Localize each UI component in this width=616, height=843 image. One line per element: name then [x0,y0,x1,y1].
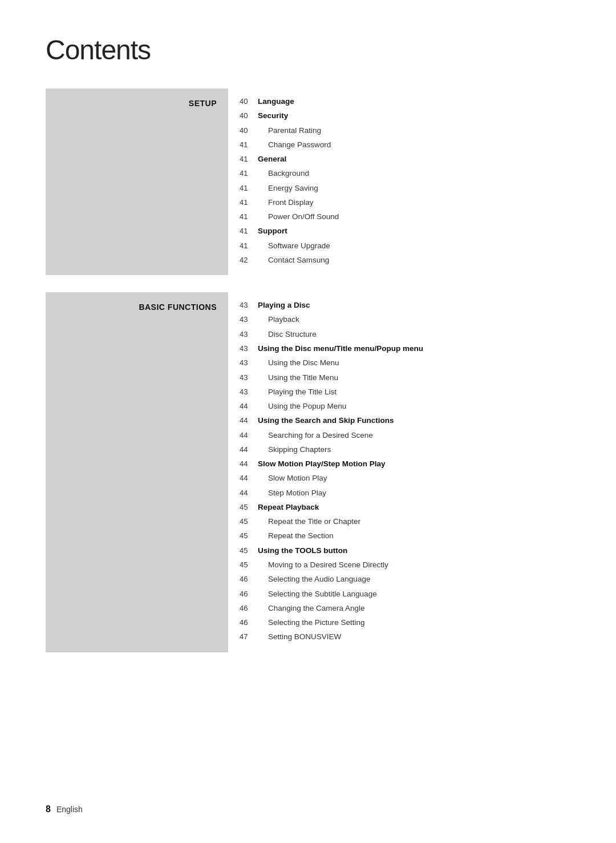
footer: 8 English [46,804,83,814]
toc-entry: 44Slow Motion Play/Step Motion Play [240,458,570,470]
toc-entry-text: Using the Disc menu/Title menu/Popup men… [258,342,423,355]
toc-page-number: 44 [240,472,258,484]
toc-entry: 41Energy Saving [240,182,570,195]
toc-entry: 43Using the Title Menu [240,372,570,384]
toc-entry: 41Software Upgrade [240,240,570,252]
toc-page-number: 43 [240,342,258,354]
toc-entry-text: Energy Saving [258,182,318,195]
toc-entry-text: Disc Structure [258,328,317,341]
toc-page-number: 41 [240,240,258,252]
toc-entry: 44Step Motion Play [240,487,570,499]
toc-entry-text: Repeat the Title or Chapter [258,515,360,528]
toc-entry-text: Using the Disc Menu [258,357,339,369]
toc-entry: 43Disc Structure [240,328,570,341]
toc-entry: 44Slow Motion Play [240,472,570,485]
toc-entry-text: Repeat Playback [258,501,319,514]
toc-entry: 42Contact Samsung [240,254,570,267]
toc-page-number: 43 [240,328,258,340]
section-content-setup: 40Language40Security40Parental Rating41C… [228,88,570,275]
page-title: Contents [46,34,570,66]
toc-entry: 44Using the Search and Skip Functions [240,414,570,427]
toc-page-number: 45 [240,515,258,527]
toc-page-number: 41 [240,196,258,208]
toc-page-number: 44 [240,487,258,499]
toc-entry: 45Repeat Playback [240,501,570,514]
toc-entry-text: Front Display [258,196,314,209]
toc-entry: 46Selecting the Audio Language [240,573,570,586]
toc-entry: 45Repeat the Title or Chapter [240,515,570,528]
toc-entry: 45Repeat the Section [240,530,570,542]
toc-page-number: 41 [240,225,258,237]
toc-page-number: 44 [240,414,258,426]
toc-page-number: 43 [240,386,258,398]
toc-entry: 41Background [240,167,570,180]
toc-entry: 45Moving to a Desired Scene Directly [240,559,570,571]
toc-entry: 43Using the Disc menu/Title menu/Popup m… [240,342,570,355]
section-label-setup: SETUP [189,99,217,108]
toc-entry: 45Using the TOOLS button [240,544,570,557]
toc-entry: 44Skipping Chapters [240,443,570,456]
toc-page-number: 42 [240,254,258,266]
toc-entry-text: Selecting the Subtitle Language [258,588,377,600]
toc-entry: 43Playing a Disc [240,299,570,312]
toc-page-number: 43 [240,372,258,384]
toc-entry-text: Using the Search and Skip Functions [258,414,394,427]
toc-page-number: 44 [240,458,258,470]
toc-entry: 40Language [240,95,570,108]
section-label-box-setup: SETUP [46,88,228,275]
toc-entry-text: Software Upgrade [258,240,330,252]
toc-entry: 40Parental Rating [240,124,570,137]
toc-page-number: 44 [240,429,258,441]
toc-page-number: 47 [240,631,258,643]
toc-entry-text: Using the TOOLS button [258,544,347,557]
toc-entry: 41Support [240,225,570,237]
toc-entry-text: Slow Motion Play/Step Motion Play [258,458,386,470]
toc-entry-text: Searching for a Desired Scene [258,429,373,442]
toc-entry-text: Skipping Chapters [258,443,331,456]
toc-entry: 43Using the Disc Menu [240,357,570,369]
toc-entry-text: Contact Samsung [258,254,329,267]
toc-entry-text: Playing a Disc [258,299,310,312]
toc-entry-text: Security [258,110,288,122]
toc-entry-text: Changing the Camera Angle [258,602,365,615]
toc-page-number: 45 [240,559,258,571]
toc-page-number: 45 [240,501,258,513]
toc-entry: 44Searching for a Desired Scene [240,429,570,442]
toc-entry: 43Playing the Title List [240,386,570,398]
toc-page-number: 44 [240,443,258,455]
toc-page-number: 41 [240,139,258,151]
toc-entry: 46Selecting the Subtitle Language [240,588,570,600]
toc-entry-text: Moving to a Desired Scene Directly [258,559,388,571]
toc-entry-text: Playing the Title List [258,386,337,398]
toc-entry-text: Background [258,167,309,180]
toc-page-number: 46 [240,588,258,600]
toc-entry-text: Setting BONUSVIEW [258,631,341,643]
toc-page-number: 41 [240,167,258,179]
toc-entry-text: Support [258,225,287,237]
footer-page-number: 8 [46,804,51,814]
toc-page-number: 41 [240,182,258,194]
toc-entry-text: Playback [258,313,299,326]
toc-page-number: 44 [240,400,258,412]
toc-page-number: 41 [240,153,258,165]
toc-entry-text: Slow Motion Play [258,472,327,485]
toc-page-number: 43 [240,357,258,369]
section-setup: SETUP40Language40Security40Parental Rati… [46,88,570,275]
toc-page-number: 40 [240,95,258,107]
section-content-basic-functions: 43Playing a Disc43Playback43Disc Structu… [228,292,570,652]
toc-page-number: 46 [240,602,258,614]
toc-entry-text: Parental Rating [258,124,321,137]
toc-page-number: 45 [240,544,258,556]
section-basic-functions: BASIC FUNCTIONS43Playing a Disc43Playbac… [46,292,570,652]
toc-page-number: 40 [240,124,258,136]
toc-entry: 46Changing the Camera Angle [240,602,570,615]
toc-entry: 44Using the Popup Menu [240,400,570,413]
toc-entry: 41Front Display [240,196,570,209]
toc-page-number: 45 [240,530,258,542]
toc-entry-text: Power On/Off Sound [258,211,339,223]
toc-entry-text: Step Motion Play [258,487,326,499]
toc-entry: 47Setting BONUSVIEW [240,631,570,643]
toc-page-number: 43 [240,313,258,325]
toc-entry: 41General [240,153,570,166]
toc-entry-text: Repeat the Section [258,530,334,542]
